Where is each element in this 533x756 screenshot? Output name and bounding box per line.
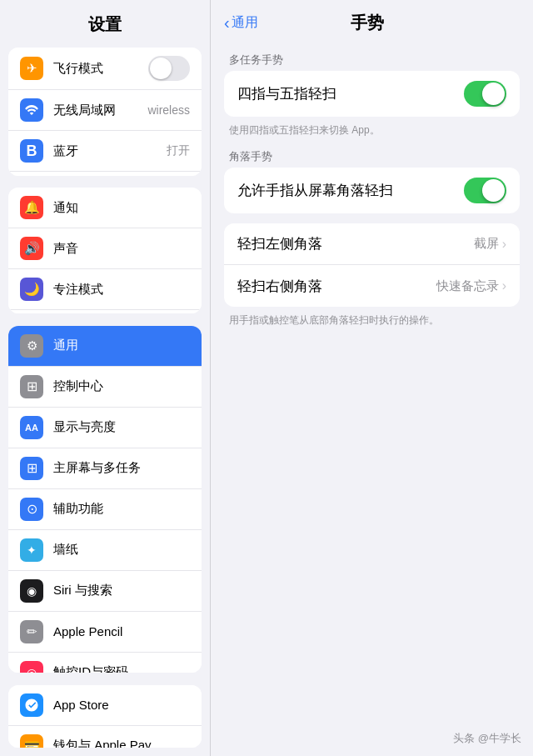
general-icon: ⚙ bbox=[20, 334, 43, 358]
sidebar-item-siri[interactable]: ◉ Siri 与搜索 bbox=[8, 571, 202, 612]
sidebar-item-home[interactable]: ⊞ 主屏幕与多任务 bbox=[8, 448, 202, 489]
sidebar-item-airplane[interactable]: ✈ 飞行模式 bbox=[8, 48, 202, 90]
swipe-right-chevron-icon: › bbox=[502, 278, 506, 293]
multitask-section: 四指与五指轻扫 bbox=[224, 71, 520, 117]
sidebar: 设置 ✈ 飞行模式 无线局域网 wireless B 蓝牙 打开 VPN VPN bbox=[0, 0, 210, 756]
allow-corner-row[interactable]: 允许手指从屏幕角落轻扫 bbox=[224, 168, 520, 213]
allow-corner-toggle[interactable] bbox=[464, 178, 506, 203]
swipe-right-corner-value: 快速备忘录 › bbox=[436, 278, 506, 294]
sidebar-item-accessibility[interactable]: ⊙ 辅助功能 bbox=[8, 489, 202, 530]
sidebar-item-general[interactable]: ⚙ 通用 bbox=[8, 326, 202, 367]
main-panel: ‹ 通用 手势 多任务手势 四指与五指轻扫 使用四指或五指轻扫来切换 App。 … bbox=[210, 0, 533, 756]
touchid-label: 触控ID与密码 bbox=[53, 664, 190, 673]
wifi-label: 无线局域网 bbox=[53, 103, 144, 118]
pencil-label: Apple Pencil bbox=[53, 624, 190, 638]
four-five-swipe-label: 四指与五指轻扫 bbox=[237, 84, 464, 103]
swipe-right-corner-text: 快速备忘录 bbox=[436, 278, 499, 294]
sidebar-section-connectivity: ✈ 飞行模式 无线局域网 wireless B 蓝牙 打开 VPN VPN bbox=[8, 48, 202, 176]
wallet-icon: 💳 bbox=[20, 734, 43, 748]
accessibility-label: 辅助功能 bbox=[53, 501, 190, 517]
focus-icon: 🌙 bbox=[20, 278, 43, 301]
swipe-left-corner-text: 截屏 bbox=[474, 236, 499, 252]
panel-title: 手势 bbox=[265, 12, 470, 34]
back-label: 通用 bbox=[232, 14, 258, 32]
swipe-right-corner-row[interactable]: 轻扫右侧角落 快速备忘录 › bbox=[224, 265, 520, 307]
airplane-toggle[interactable] bbox=[148, 56, 190, 81]
sidebar-item-wallpaper[interactable]: ✦ 墙纸 bbox=[8, 530, 202, 571]
multitask-sub-label: 使用四指或五指轻扫来切换 App。 bbox=[224, 120, 520, 144]
wallpaper-icon: ✦ bbox=[20, 538, 43, 562]
wifi-icon bbox=[20, 98, 43, 122]
sounds-label: 声音 bbox=[53, 241, 190, 257]
sidebar-item-touchid[interactable]: ◎ 触控ID与密码 bbox=[8, 653, 202, 673]
back-chevron-icon: ‹ bbox=[224, 13, 230, 33]
sidebar-section-system: 🔔 通知 🔊 声音 🌙 专注模式 ⏱ 屏幕使用时间 bbox=[8, 188, 202, 313]
sidebar-item-appstore[interactable]: App Store bbox=[8, 685, 202, 726]
sidebar-item-sounds[interactable]: 🔊 声音 bbox=[8, 228, 202, 269]
sidebar-item-bluetooth[interactable]: B 蓝牙 打开 bbox=[8, 131, 202, 172]
wifi-value: wireless bbox=[147, 103, 190, 117]
sidebar-item-wifi[interactable]: 无线局域网 wireless bbox=[8, 90, 202, 131]
sidebar-item-vpn[interactable]: VPN VPN bbox=[8, 172, 202, 176]
wallet-label: 钱包与 Apple Pay bbox=[53, 738, 190, 748]
swipe-left-chevron-icon: › bbox=[502, 237, 506, 252]
siri-icon: ◉ bbox=[20, 579, 43, 603]
allow-corner-toggle-knob bbox=[482, 179, 505, 202]
sidebar-section-preferences: ⚙ 通用 ⊞ 控制中心 AA 显示与亮度 ⊞ 主屏幕与多任务 ⊙ 辅助功能 ✦ … bbox=[8, 326, 202, 673]
accessibility-icon: ⊙ bbox=[20, 498, 43, 521]
sidebar-item-screentime[interactable]: ⏱ 屏幕使用时间 bbox=[8, 310, 202, 313]
general-label: 通用 bbox=[53, 338, 190, 353]
sidebar-item-display[interactable]: AA 显示与亮度 bbox=[8, 408, 202, 448]
sidebar-item-pencil[interactable]: ✏ Apple Pencil bbox=[8, 612, 202, 653]
swipe-right-corner-label: 轻扫右侧角落 bbox=[237, 277, 436, 296]
sidebar-item-control[interactable]: ⊞ 控制中心 bbox=[8, 367, 202, 408]
pencil-icon: ✏ bbox=[20, 620, 43, 643]
swipe-left-corner-label: 轻扫左侧角落 bbox=[237, 234, 474, 253]
corner-section: 允许手指从屏幕角落轻扫 bbox=[224, 168, 520, 213]
appstore-label: App Store bbox=[53, 698, 190, 712]
sidebar-item-focus[interactable]: 🌙 专注模式 bbox=[8, 269, 202, 310]
bluetooth-icon: B bbox=[20, 139, 43, 163]
back-button[interactable]: ‹ 通用 bbox=[224, 13, 258, 33]
bluetooth-value: 打开 bbox=[167, 143, 190, 158]
wallpaper-label: 墙纸 bbox=[53, 542, 190, 558]
touchid-icon: ◎ bbox=[20, 661, 43, 673]
sidebar-title: 设置 bbox=[0, 0, 210, 44]
bluetooth-label: 蓝牙 bbox=[53, 143, 163, 159]
display-icon: AA bbox=[20, 416, 43, 439]
swipe-left-corner-value: 截屏 › bbox=[474, 236, 506, 252]
multitask-section-label: 多任务手势 bbox=[224, 48, 520, 71]
focus-label: 专注模式 bbox=[53, 282, 190, 298]
sounds-icon: 🔊 bbox=[20, 237, 43, 260]
siri-label: Siri 与搜索 bbox=[53, 583, 190, 598]
watermark: 头条 @牛学长 bbox=[453, 731, 521, 746]
corner-section-label: 角落手势 bbox=[224, 144, 520, 168]
panel-header: ‹ 通用 手势 bbox=[211, 0, 533, 41]
appstore-icon bbox=[20, 693, 43, 717]
home-icon: ⊞ bbox=[20, 457, 43, 480]
swipe-left-corner-row[interactable]: 轻扫左侧角落 截屏 › bbox=[224, 223, 520, 265]
airplane-label: 飞行模式 bbox=[53, 61, 148, 77]
corner-actions-section: 轻扫左侧角落 截屏 › 轻扫右侧角落 快速备忘录 › bbox=[224, 223, 520, 307]
control-label: 控制中心 bbox=[53, 378, 190, 394]
control-icon: ⊞ bbox=[20, 375, 43, 398]
allow-corner-label: 允许手指从屏幕角落轻扫 bbox=[237, 181, 464, 200]
corner-actions-sub-label: 用手指或触控笔从底部角落轻扫时执行的操作。 bbox=[224, 310, 520, 334]
notifications-icon: 🔔 bbox=[20, 196, 43, 219]
four-five-swipe-row[interactable]: 四指与五指轻扫 bbox=[224, 71, 520, 117]
sidebar-section-store: App Store 💳 钱包与 Apple Pay bbox=[8, 685, 202, 748]
sidebar-item-wallet[interactable]: 💳 钱包与 Apple Pay bbox=[8, 726, 202, 748]
notifications-label: 通知 bbox=[53, 200, 190, 216]
four-five-swipe-toggle-knob bbox=[482, 83, 505, 105]
sidebar-item-notifications[interactable]: 🔔 通知 bbox=[8, 188, 202, 228]
panel-content: 多任务手势 四指与五指轻扫 使用四指或五指轻扫来切换 App。 角落手势 允许手… bbox=[211, 41, 533, 756]
airplane-icon: ✈ bbox=[20, 57, 43, 80]
four-five-swipe-toggle[interactable] bbox=[464, 81, 506, 107]
display-label: 显示与亮度 bbox=[53, 419, 190, 435]
home-label: 主屏幕与多任务 bbox=[53, 460, 190, 476]
